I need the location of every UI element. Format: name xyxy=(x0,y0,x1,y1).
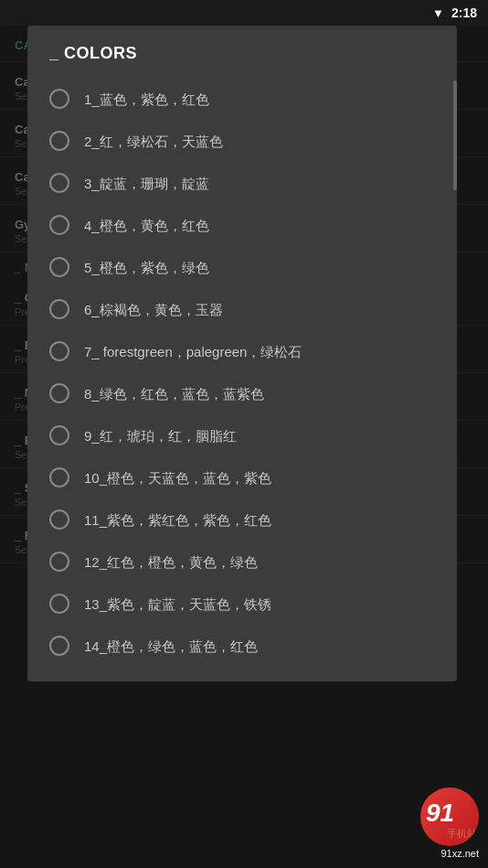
radio-label-11: 11_紫色，紫红色，紫色，红色 xyxy=(84,510,271,530)
radio-item-14[interactable]: 14_橙色，绿色，蓝色，红色 xyxy=(27,625,457,667)
colors-modal: _ COLORS 1_蓝色，紫色，红色2_红，绿松石，天蓝色3_靛蓝，珊瑚，靛蓝… xyxy=(27,26,457,681)
radio-circle-6 xyxy=(49,299,69,319)
radio-item-12[interactable]: 12_红色，橙色，黄色，绿色 xyxy=(27,541,457,583)
wifi-icon: ▼ xyxy=(432,6,444,20)
radio-circle-12 xyxy=(49,552,69,572)
watermark-site: 91xz.net xyxy=(420,848,479,859)
radio-circle-10 xyxy=(49,467,69,488)
radio-circle-9 xyxy=(49,425,69,445)
radio-circle-14 xyxy=(49,636,69,656)
radio-circle-4 xyxy=(49,215,69,235)
radio-item-6[interactable]: 6_棕褐色，黄色，玉器 xyxy=(27,288,457,330)
radio-circle-3 xyxy=(49,173,69,193)
radio-item-8[interactable]: 8_绿色，红色，蓝色，蓝紫色 xyxy=(27,372,457,414)
radio-item-4[interactable]: 4_橙色，黄色，红色 xyxy=(27,204,457,246)
radio-label-5: 5_橙色，紫色，绿色 xyxy=(84,258,209,277)
modal-title: _ COLORS xyxy=(27,26,457,74)
radio-label-8: 8_绿色，红色，蓝色，蓝紫色 xyxy=(84,384,264,403)
radio-item-9[interactable]: 9_红，琥珀，红，胭脂红 xyxy=(27,414,457,456)
radio-item-7[interactable]: 7_ forestgreen，palegreen，绿松石 xyxy=(27,330,457,372)
radio-item-3[interactable]: 3_靛蓝，珊瑚，靛蓝 xyxy=(27,162,457,204)
radio-circle-13 xyxy=(49,594,69,614)
radio-label-9: 9_红，琥珀，红，胭脂红 xyxy=(84,426,237,445)
radio-circle-2 xyxy=(49,131,69,151)
radio-circle-1 xyxy=(49,89,69,109)
watermark: 91 手机站 91xz.net xyxy=(420,788,479,859)
radio-item-11[interactable]: 11_紫色，紫红色，紫色，红色 xyxy=(27,498,457,541)
radio-item-10[interactable]: 10_橙色，天蓝色，蓝色，紫色 xyxy=(27,456,457,498)
radio-label-7: 7_ forestgreen，palegreen，绿松石 xyxy=(84,342,302,361)
scroll-indicator xyxy=(453,80,457,190)
radio-label-1: 1_蓝色，紫色，红色 xyxy=(84,90,209,109)
radio-label-14: 14_橙色，绿色，蓝色，红色 xyxy=(84,637,258,656)
radio-circle-5 xyxy=(49,257,69,277)
radio-label-10: 10_橙色，天蓝色，蓝色，紫色 xyxy=(84,468,271,488)
radio-label-3: 3_靛蓝，珊瑚，靛蓝 xyxy=(84,174,209,193)
colors-list[interactable]: 1_蓝色，紫色，红色2_红，绿松石，天蓝色3_靛蓝，珊瑚，靛蓝4_橙色，黄色，红… xyxy=(27,74,457,681)
radio-label-13: 13_紫色，靛蓝，天蓝色，铁锈 xyxy=(84,595,271,614)
status-time: 2:18 xyxy=(451,5,477,20)
radio-label-6: 6_棕褐色，黄色，玉器 xyxy=(84,300,223,319)
radio-circle-11 xyxy=(49,509,69,530)
radio-label-2: 2_红，绿松石，天蓝色 xyxy=(84,132,223,151)
radio-item-1[interactable]: 1_蓝色，紫色，红色 xyxy=(27,78,457,120)
radio-item-5[interactable]: 5_橙色，紫色，绿色 xyxy=(27,246,457,288)
radio-circle-7 xyxy=(49,341,69,361)
radio-circle-8 xyxy=(49,383,69,403)
status-bar: ▼ 2:18 xyxy=(0,0,488,26)
radio-item-13[interactable]: 13_紫色，靛蓝，天蓝色，铁锈 xyxy=(27,583,457,625)
radio-label-12: 12_红色，橙色，黄色，绿色 xyxy=(84,552,258,572)
radio-item-2[interactable]: 2_红，绿松石，天蓝色 xyxy=(27,120,457,162)
radio-label-4: 4_橙色，黄色，红色 xyxy=(84,216,209,235)
watermark-sub: 手机站 xyxy=(447,827,477,841)
